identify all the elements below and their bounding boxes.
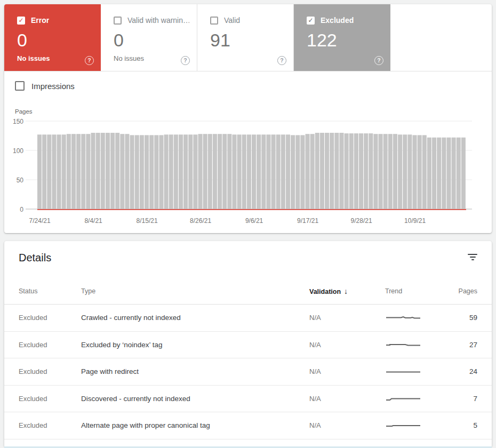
table-row[interactable]: Excluded Excluded by ‘noindex’ tag N/A 2… <box>4 332 492 359</box>
column-header-type[interactable]: Type <box>81 287 309 295</box>
status-cards-row: ✓ Error 0 No issues ? ✓ Valid with warni… <box>4 4 492 71</box>
row-validation: N/A <box>309 421 385 429</box>
table-row[interactable]: Excluded Page with redirect N/A 24 <box>4 358 492 386</box>
card-error-subtext: No issues <box>17 54 93 62</box>
row-trend-sparkline <box>385 420 436 431</box>
row-pages: 59 <box>436 314 477 322</box>
valid-checkbox[interactable]: ✓ <box>210 17 218 25</box>
card-valid-with-warnings[interactable]: ✓ Valid with warnin… 0 No issues ? <box>101 4 197 71</box>
row-status: Excluded <box>19 395 81 403</box>
error-checkbox[interactable]: ✓ <box>17 17 25 25</box>
card-excluded-label: Excluded <box>321 16 354 25</box>
card-excluded-value: 122 <box>307 30 383 50</box>
card-valid-label: Valid <box>224 16 240 25</box>
svg-text:0: 0 <box>20 206 23 213</box>
row-status: Excluded <box>19 341 81 349</box>
table-row[interactable]: Excluded Crawled - currently not indexed… <box>4 305 492 332</box>
card-valid-with-warnings-value: 0 <box>114 30 189 50</box>
row-status: Excluded <box>19 421 81 429</box>
help-icon[interactable]: ? <box>374 56 383 65</box>
cards-row-filler <box>390 4 492 71</box>
row-status: Excluded <box>19 367 81 375</box>
svg-text:7/24/21: 7/24/21 <box>29 217 51 225</box>
row-validation: N/A <box>309 367 385 375</box>
svg-text:9/28/21: 9/28/21 <box>351 217 372 225</box>
svg-text:8/26/21: 8/26/21 <box>190 217 211 225</box>
svg-text:8/15/21: 8/15/21 <box>137 217 158 225</box>
help-icon[interactable]: ? <box>181 56 190 65</box>
row-trend-sparkline <box>385 366 436 377</box>
filter-icon[interactable] <box>467 253 478 262</box>
row-pages: 5 <box>436 421 477 429</box>
card-error[interactable]: ✓ Error 0 No issues ? <box>4 4 101 71</box>
svg-text:50: 50 <box>17 177 24 184</box>
row-type: Excluded by ‘noindex’ tag <box>81 341 309 349</box>
row-type: Crawled - currently not indexed <box>81 314 309 322</box>
table-header-row: Status Type Validation↓ Trend Pages <box>4 278 492 305</box>
row-type: Discovered - currently not indexed <box>81 395 309 403</box>
check-icon: ✓ <box>307 17 315 25</box>
sort-down-icon: ↓ <box>344 287 348 295</box>
row-validation: N/A <box>309 341 385 349</box>
card-excluded[interactable]: ✓ Excluded 122 ? <box>294 4 390 71</box>
valid-with-warnings-checkbox[interactable]: ✓ <box>114 17 122 25</box>
column-header-status[interactable]: Status <box>19 287 81 295</box>
table-row[interactable]: Excluded Discovered - currently not inde… <box>4 386 492 413</box>
card-valid-value: 91 <box>210 30 286 50</box>
row-trend-sparkline <box>385 339 436 350</box>
row-type: Alternate page with proper canonical tag <box>81 421 309 429</box>
impressions-checkbox[interactable] <box>15 81 25 91</box>
row-pages: 24 <box>436 367 477 375</box>
row-trend-sparkline <box>385 313 436 323</box>
card-valid-with-warnings-subtext: No issues <box>114 54 189 62</box>
details-table: Status Type Validation↓ Trend Pages Excl… <box>4 278 492 439</box>
svg-text:9/6/21: 9/6/21 <box>245 217 263 225</box>
table-body: Excluded Crawled - currently not indexed… <box>4 305 492 439</box>
row-validation: N/A <box>309 395 385 403</box>
column-header-trend[interactable]: Trend <box>385 287 436 295</box>
details-title: Details <box>19 252 51 264</box>
excluded-checkbox[interactable]: ✓ <box>307 17 315 25</box>
card-error-value: 0 <box>17 30 93 50</box>
impressions-toggle[interactable]: Impressions <box>15 81 75 91</box>
row-pages: 7 <box>436 395 477 403</box>
row-validation: N/A <box>309 314 385 322</box>
column-header-pages[interactable]: Pages <box>436 287 477 295</box>
column-header-validation[interactable]: Validation↓ <box>309 287 385 295</box>
row-pages: 27 <box>436 341 477 349</box>
table-row[interactable]: Excluded Alternate page with proper cano… <box>4 412 492 439</box>
row-type: Page with redirect <box>81 367 309 375</box>
svg-text:9/17/21: 9/17/21 <box>297 217 318 225</box>
card-valid[interactable]: ✓ Valid 91 ? <box>197 4 294 71</box>
svg-text:100: 100 <box>13 147 23 155</box>
card-valid-with-warnings-label: Valid with warnin… <box>127 16 189 25</box>
svg-text:10/9/21: 10/9/21 <box>404 217 426 225</box>
row-status: Excluded <box>19 314 81 322</box>
details-panel: Details Status Type Validation↓ Trend Pa… <box>4 241 492 446</box>
help-icon[interactable]: ? <box>277 56 286 65</box>
pages-bar-chart: Pages1501005007/24/218/4/218/15/218/26/2… <box>4 106 492 234</box>
svg-text:Pages: Pages <box>15 108 33 115</box>
help-icon[interactable]: ? <box>85 56 94 65</box>
check-icon: ✓ <box>17 17 25 25</box>
impressions-label: Impressions <box>31 82 75 91</box>
svg-text:8/4/21: 8/4/21 <box>84 217 102 225</box>
card-error-label: Error <box>31 16 49 25</box>
row-trend-sparkline <box>385 393 436 404</box>
coverage-summary-panel: ✓ Error 0 No issues ? ✓ Valid with warni… <box>4 4 492 233</box>
svg-text:150: 150 <box>13 118 23 125</box>
